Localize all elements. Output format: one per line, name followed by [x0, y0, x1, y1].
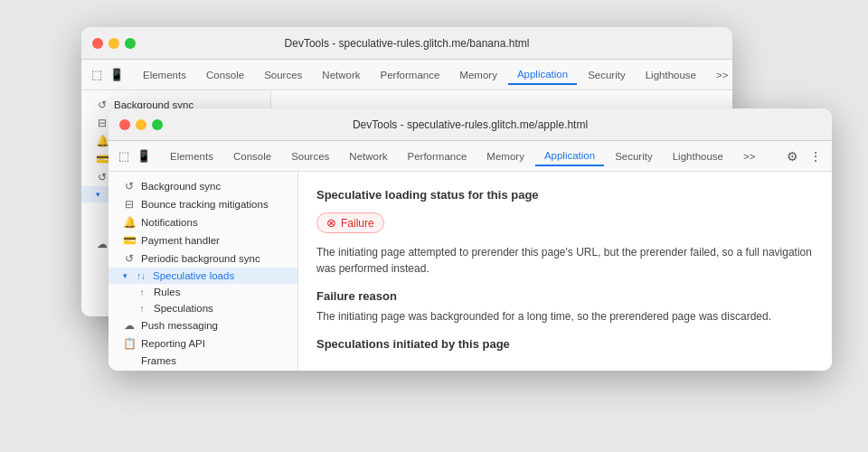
notif-icon: 🔔 [96, 135, 108, 147]
titlebar-front: DevTools - speculative-rules.glitch.me/a… [108, 108, 832, 141]
periodic-icon-front: ↺ [123, 252, 136, 265]
tab-memory-front[interactable]: Memory [477, 147, 533, 165]
arrow-icon-front: ▾ [123, 271, 127, 280]
minimize-button[interactable] [108, 38, 119, 49]
window-title-back: DevTools - speculative-rules.glitch.me/b… [285, 37, 530, 50]
titlebar-back: DevTools - speculative-rules.glitch.me/b… [81, 27, 732, 60]
status-badge-failure: ⊗ Failure [316, 212, 384, 233]
maximize-button-front[interactable] [152, 119, 163, 130]
sidebar-label: Notifications [141, 217, 198, 228]
failure-reason-title: Failure reason [316, 289, 814, 303]
rules-icon-front: ↑ [136, 287, 148, 297]
failure-icon: ⊗ [326, 216, 336, 230]
tab-sources-back[interactable]: Sources [255, 66, 311, 84]
tab-memory-back[interactable]: Memory [450, 66, 506, 84]
tab-more-front[interactable]: >> [734, 147, 764, 165]
sidebar-periodic-front[interactable]: ↺ Periodic background sync [108, 250, 297, 268]
sidebar-label: Push messaging [141, 320, 218, 331]
sidebar-notifications-front[interactable]: 🔔 Notifications [108, 213, 297, 231]
sidebar-label: Reporting API [141, 338, 205, 349]
device-icon-front[interactable]: 📱 [136, 148, 152, 165]
maximize-button[interactable] [125, 38, 136, 49]
notif-icon-front: 🔔 [123, 216, 136, 229]
sync-icon-front: ↺ [123, 180, 136, 193]
tab-lighthouse-front[interactable]: Lighthouse [664, 147, 732, 165]
traffic-lights-front [119, 119, 163, 130]
tab-console-back[interactable]: Console [197, 66, 253, 84]
reporting-icon-front: 📋 [123, 337, 136, 350]
toolbar-back: ⬚ 📱 Elements Console Sources Network Per… [81, 60, 732, 90]
close-button-front[interactable] [119, 119, 130, 130]
inspect-icon-front[interactable]: ⬚ [116, 148, 132, 165]
sidebar-background-sync-front[interactable]: ↺ Background sync [108, 177, 297, 195]
bounce-icon: ⊟ [96, 117, 108, 129]
badge-label: Failure [341, 217, 374, 230]
sidebar-label: Frames [141, 355, 176, 366]
toolbar-icons-front: ⬚ 📱 [116, 148, 152, 165]
sidebar-label: Bounce tracking mitigations [141, 199, 269, 210]
tab-security-back[interactable]: Security [579, 66, 635, 84]
tab-application-front[interactable]: Application [535, 146, 604, 166]
tab-elements-front[interactable]: Elements [161, 147, 222, 165]
sidebar-label: Payment handler [141, 235, 220, 246]
sidebar-push-front[interactable]: ☁ Push messaging [108, 316, 297, 334]
sidebar-payment-front[interactable]: 💳 Payment handler [108, 231, 297, 250]
tab-security-front[interactable]: Security [606, 147, 662, 165]
tab-lighthouse-back[interactable]: Lighthouse [637, 66, 705, 84]
sidebar-speculative-front[interactable]: ▾ ↑↓ Speculative loads [108, 268, 297, 284]
description-front: The initiating page attempted to prerend… [316, 244, 814, 277]
window-title-front: DevTools - speculative-rules.glitch.me/a… [353, 118, 588, 131]
sidebar-label: Background sync [141, 181, 221, 192]
sidebar-label: Periodic background sync [141, 253, 260, 264]
arrow-icon: ▾ [96, 190, 100, 199]
sidebar-label: Speculations [154, 303, 213, 314]
payment-icon: 💳 [96, 153, 108, 165]
sync-icon: ↺ [96, 99, 108, 111]
sidebar-label: Rules [154, 287, 180, 297]
section-title-front: Speculative loading status for this page [316, 188, 814, 202]
toolbar-front: ⬚ 📱 Elements Console Sources Network Per… [108, 141, 832, 172]
payment-icon-front: 💳 [123, 234, 136, 247]
minimize-button-front[interactable] [136, 119, 146, 130]
tab-sources-front[interactable]: Sources [282, 147, 338, 165]
sidebar-front: ↺ Background sync ⊟ Bounce tracking miti… [108, 172, 298, 371]
tab-performance-front[interactable]: Performance [399, 147, 476, 165]
periodic-icon: ↺ [96, 171, 108, 184]
speculative-icon-front: ↑↓ [135, 271, 147, 281]
settings-icon-front[interactable]: ⚙ [783, 147, 801, 165]
traffic-lights-back [92, 38, 136, 49]
spec-icon-front: ↑ [136, 304, 148, 314]
sidebar-frames-front[interactable]: Frames [108, 353, 297, 369]
more-icon-front[interactable]: ⋮ [807, 147, 825, 165]
tab-console-front[interactable]: Console [224, 147, 280, 165]
sidebar-speculations-front[interactable]: ↑ Speculations [108, 300, 297, 316]
failure-reason: The initiating page was backgrounded for… [316, 308, 814, 325]
main-content-front: Speculative loading status for this page… [298, 172, 832, 371]
push-icon: ☁ [96, 238, 108, 250]
close-button[interactable] [92, 38, 103, 49]
tab-performance-back[interactable]: Performance [372, 66, 449, 84]
inspect-icon[interactable]: ⬚ [89, 67, 105, 83]
tab-more-back[interactable]: >> [707, 66, 732, 84]
toolbar-icons-back: ⬚ 📱 [89, 67, 125, 83]
toolbar-right-front: ⚙ ⋮ [783, 147, 825, 165]
speculations-title: Speculations initiated by this page [316, 337, 814, 351]
devtools-window-front: DevTools - speculative-rules.glitch.me/a… [108, 108, 832, 371]
tab-network-back[interactable]: Network [313, 66, 369, 84]
sidebar-bounce-front[interactable]: ⊟ Bounce tracking mitigations [108, 195, 297, 213]
push-icon-front: ☁ [123, 319, 136, 332]
tab-elements-back[interactable]: Elements [134, 66, 195, 84]
tab-network-front[interactable]: Network [340, 147, 396, 165]
sidebar-label: Speculative loads [153, 270, 234, 281]
sidebar-rules-front[interactable]: ↑ Rules [108, 284, 297, 300]
sidebar-reporting-front[interactable]: 📋 Reporting API [108, 334, 297, 353]
bounce-icon-front: ⊟ [123, 198, 136, 211]
tab-application-back[interactable]: Application [508, 65, 577, 85]
window-body-front: ↺ Background sync ⊟ Bounce tracking miti… [108, 172, 832, 371]
device-icon[interactable]: 📱 [108, 67, 125, 83]
